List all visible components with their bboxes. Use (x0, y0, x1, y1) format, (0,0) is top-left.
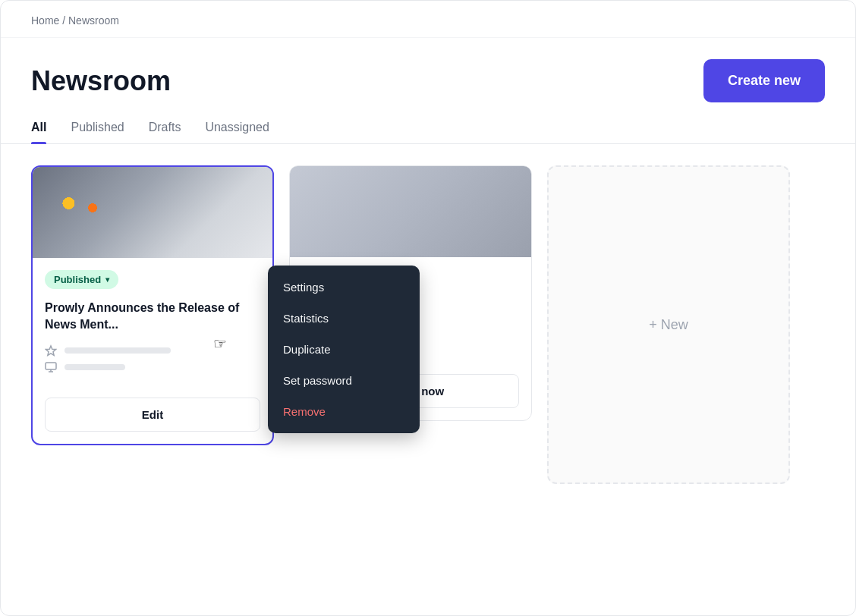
monitor-icon (45, 361, 57, 373)
breadcrumb-text: Home / Newsroom (31, 14, 119, 27)
tab-unassigned[interactable]: Unassigned (205, 121, 269, 143)
tab-published[interactable]: Published (71, 121, 124, 143)
card-1-image-inner (33, 167, 272, 258)
breadcrumb: Home / Newsroom (1, 1, 855, 38)
tab-all[interactable]: All (31, 121, 46, 143)
svg-rect-1 (46, 363, 56, 369)
card-1-meta (45, 344, 260, 373)
card-2-image (290, 166, 531, 257)
card-1-title: Prowly Announces the Release of News Men… (45, 300, 260, 334)
card-1-body: Published ▾ Prowly Announces the Release… (33, 258, 272, 398)
edit-button[interactable]: Edit (45, 398, 260, 432)
page-header: Newsroom Create new (1, 38, 855, 102)
card-2-image-inner (290, 166, 531, 257)
tabs-list: All Published Drafts Unassigned (31, 121, 825, 143)
meta-bar-1 (65, 347, 171, 354)
tab-drafts[interactable]: Drafts (149, 121, 181, 143)
context-menu-statistics[interactable]: Statistics (268, 303, 420, 334)
context-menu-settings[interactable]: Settings (268, 272, 420, 303)
card-1-meta-row-2 (45, 361, 260, 373)
published-badge[interactable]: Published ▾ (45, 270, 118, 289)
create-new-button[interactable]: Create new (703, 59, 825, 102)
card-1-image (33, 167, 272, 258)
context-menu: Settings Statistics Duplicate Set passwo… (268, 266, 420, 433)
svg-marker-0 (46, 346, 56, 355)
context-menu-remove[interactable]: Remove (268, 396, 420, 427)
cards-container: Published ▾ Prowly Announces the Release… (1, 144, 855, 505)
page-title: Newsroom (31, 65, 171, 97)
new-card[interactable]: + New (547, 165, 790, 484)
tabs-section: All Published Drafts Unassigned (1, 102, 855, 144)
cursor-icon: ☞ (213, 335, 227, 353)
context-menu-set-password[interactable]: Set password (268, 365, 420, 396)
context-menu-duplicate[interactable]: Duplicate (268, 334, 420, 365)
card-1: Published ▾ Prowly Announces the Release… (31, 165, 274, 445)
chevron-down-icon: ▾ (105, 275, 109, 284)
new-card-label: + New (649, 317, 688, 333)
star-icon (45, 344, 57, 357)
card-1-meta-row-1 (45, 344, 260, 357)
meta-bar-2 (65, 364, 125, 370)
badge-label: Published (54, 274, 101, 285)
